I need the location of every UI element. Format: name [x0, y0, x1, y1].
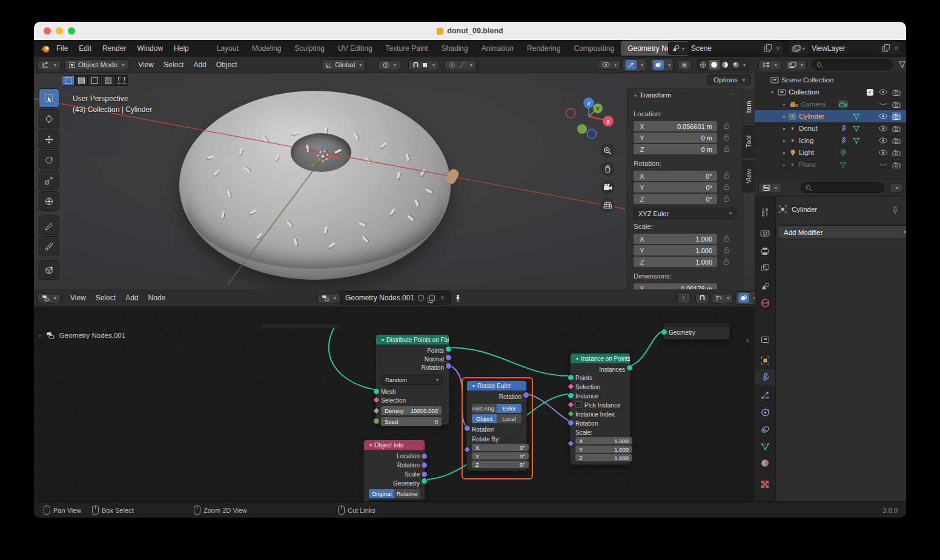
instance-scale-y-field[interactable]: Y1.000 [575, 446, 632, 453]
lock-icon[interactable] [723, 183, 730, 191]
unlink-node-tree-icon[interactable]: × [437, 294, 448, 302]
dimensions-x-field[interactable]: X0.00176 m [634, 283, 717, 289]
rotation-x-field[interactable]: X0° [634, 171, 717, 181]
properties-options-dropdown[interactable]: ▾ [890, 183, 902, 193]
tab-viewlayer-properties[interactable] [755, 260, 775, 275]
tab-tool[interactable]: Tool [742, 125, 755, 158]
density-field[interactable]: Density10000.000 [381, 406, 442, 415]
rotate-y-field[interactable]: Y0° [472, 452, 529, 460]
rotate-x-field[interactable]: X0° [472, 444, 529, 451]
scene-icon[interactable]: ▾ [669, 45, 687, 52]
node-menu-select[interactable]: Select [91, 292, 121, 304]
socket-out-points[interactable] [445, 346, 452, 352]
type-euler[interactable]: Euler [497, 404, 521, 413]
menu-file[interactable]: File [51, 42, 73, 55]
expand-icon[interactable]: ▸ [781, 126, 787, 131]
tab-rendering[interactable]: Rendering [520, 41, 567, 56]
blender-logo-icon[interactable] [40, 44, 51, 53]
pan-view-button[interactable] [600, 162, 615, 176]
rotate-z-field[interactable]: Z0° [472, 461, 529, 468]
node-header[interactable]: ▾Instance on Points [571, 354, 630, 363]
tool-move[interactable] [39, 130, 59, 149]
tool-add-primitive[interactable] [39, 260, 59, 280]
node-menu-view[interactable]: View [65, 292, 91, 304]
tab-texture-paint[interactable]: Texture Paint [379, 41, 435, 56]
tab-animation[interactable]: Animation [475, 41, 520, 56]
tool-rotate[interactable] [39, 150, 59, 170]
node-editor-type-button[interactable]: ▾ [38, 293, 61, 303]
lock-icon[interactable] [723, 235, 730, 242]
tool-scale[interactable] [39, 171, 59, 190]
add-modifier-dropdown[interactable]: Add Modifier▾ [778, 225, 906, 239]
viewlayer-remove-icon[interactable]: × [891, 44, 901, 53]
tab-sculpting[interactable]: Sculpting [288, 41, 331, 56]
node-snap-target-dropdown[interactable]: ▾ [712, 293, 733, 303]
lock-icon[interactable] [723, 122, 730, 130]
node-header[interactable]: ▾Object Info [364, 440, 425, 450]
tab-texture-properties[interactable] [755, 476, 775, 492]
hide-eye-icon[interactable] [878, 136, 888, 145]
lock-icon[interactable] [723, 172, 730, 179]
location-y-field[interactable]: Y0 m [634, 133, 717, 143]
outliner-filter-id-button[interactable]: ▾ [785, 60, 807, 70]
offscreen-node-sliver[interactable] [260, 323, 340, 328]
scale-z-field[interactable]: Z1.000 [634, 257, 717, 267]
node-header[interactable]: ▾Rotate Euler [467, 381, 526, 390]
outliner-row-icing[interactable]: ▸ ▼ Icing [755, 134, 906, 147]
rotation-space-toggle[interactable]: ObjectLocal [472, 414, 521, 423]
tab-shading[interactable]: Shading [435, 41, 475, 56]
outliner-display-mode-button[interactable]: ▾ [758, 60, 781, 70]
tab-view[interactable]: View [742, 160, 755, 193]
lock-icon[interactable] [723, 145, 730, 153]
tab-compositing[interactable]: Compositing [567, 41, 621, 56]
disable-render-icon[interactable] [892, 124, 901, 133]
pin-id-icon[interactable] [891, 206, 899, 214]
region-collapse-arrow[interactable]: ‹ [746, 335, 749, 344]
tool-measure[interactable] [39, 236, 59, 255]
outliner-row-cylinder[interactable]: ▸ ▼ Cylinder [755, 110, 906, 122]
viewlayer-copy-icon[interactable] [880, 44, 891, 53]
location-x-field[interactable]: X0.056601 m [634, 121, 717, 131]
node-object-info[interactable]: ▾Object Info Location Rotation Scale Geo… [363, 440, 425, 501]
tree-type-icon[interactable]: ▾ [317, 293, 340, 303]
camera-data-icon[interactable] [838, 100, 848, 108]
tab-scene-properties[interactable] [755, 278, 775, 294]
socket-out-geometry[interactable] [421, 478, 428, 484]
object-info-mode-toggle[interactable]: OriginalRelative [369, 489, 420, 498]
disable-render-icon[interactable] [892, 160, 901, 169]
input-pick-instance-row[interactable]: Pick Instance [575, 401, 625, 409]
pin-icon[interactable] [454, 294, 462, 302]
tool-annotate[interactable] [39, 216, 59, 235]
hide-eye-icon[interactable] [878, 124, 888, 133]
camera-view-button[interactable] [600, 180, 615, 194]
socket-out-scale[interactable] [421, 471, 428, 478]
tool-transform[interactable] [39, 191, 59, 211]
expand-icon[interactable]: ▸ [781, 114, 787, 119]
location-z-field[interactable]: Z0 m [634, 144, 717, 154]
node-menu-add[interactable]: Add [121, 292, 143, 304]
node-distribute-points-on-faces[interactable]: ▾Distribute Points on Faces Points Norma… [376, 334, 449, 425]
lock-icon[interactable] [723, 134, 730, 141]
tab-modifier-properties[interactable] [755, 369, 775, 385]
node-header[interactable] [664, 323, 729, 327]
toggle-perspective-button[interactable] [600, 198, 615, 212]
tab-render-properties[interactable] [755, 225, 775, 241]
node-group-output[interactable]: Geometry [663, 323, 730, 340]
socket-out-rotation[interactable] [421, 462, 428, 469]
transform-panel-header[interactable]: ▾Transform [632, 91, 671, 99]
socket-in-rotation[interactable] [464, 425, 471, 432]
disable-render-icon[interactable] [892, 88, 901, 96]
tool-cursor[interactable] [39, 109, 59, 128]
socket-out-location[interactable] [421, 453, 428, 460]
type-axis-angle[interactable]: Axis Ang.. [472, 404, 497, 413]
socket-in-instance[interactable] [568, 392, 574, 399]
hide-eye-icon[interactable] [878, 112, 888, 120]
tab-world-properties[interactable] [755, 295, 775, 311]
node-rotate-euler[interactable]: ▾Rotate Euler Rotation Axis Ang..Euler O… [466, 380, 527, 471]
minimize-window-button[interactable] [56, 27, 63, 35]
properties-search-input[interactable] [801, 182, 884, 193]
filter-icon[interactable] [898, 61, 906, 68]
expand-icon[interactable]: ▸ [781, 102, 787, 107]
socket-in-geometry[interactable] [661, 329, 667, 335]
outliner-row-collection[interactable]: ▾ Collection ✓ [755, 86, 906, 98]
